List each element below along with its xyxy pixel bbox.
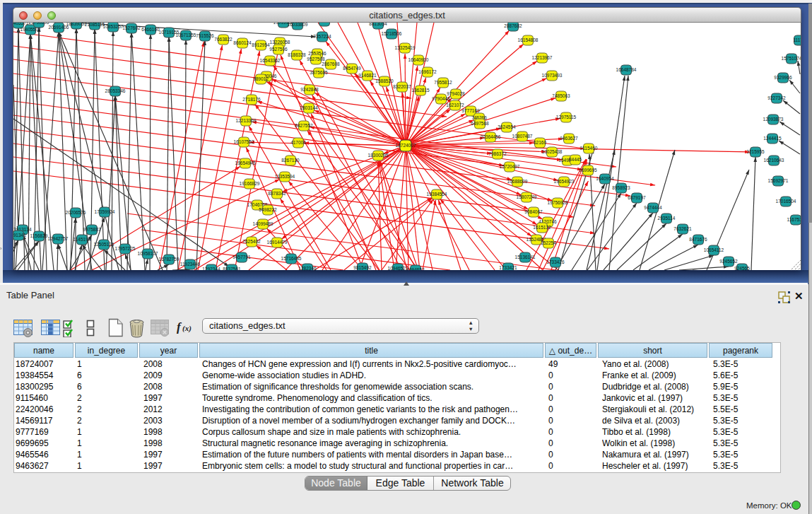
svg-text:989012: 989012 [253, 76, 269, 81]
svg-text:2718176: 2718176 [242, 97, 261, 102]
svg-text:391341: 391341 [13, 233, 26, 238]
svg-text:12213369: 12213369 [236, 118, 257, 123]
svg-text:13325419: 13325419 [395, 45, 416, 50]
svg-text:10973493: 10973493 [542, 73, 563, 78]
svg-text:5498222: 5498222 [259, 207, 277, 212]
svg-text:19756928: 19756928 [548, 200, 568, 205]
svg-text:3875685: 3875685 [310, 70, 328, 75]
svg-text:15720407: 15720407 [500, 164, 520, 169]
svg-text:8813054: 8813054 [369, 23, 387, 26]
svg-text:7663822: 7663822 [214, 37, 233, 42]
svg-text:2887682: 2887682 [504, 23, 522, 28]
svg-text:15751074: 15751074 [782, 56, 801, 61]
svg-text:20206576: 20206576 [66, 210, 86, 215]
svg-text:1733421: 1733421 [499, 265, 517, 270]
svg-text:8454749: 8454749 [343, 66, 361, 71]
svg-text:9815492: 9815492 [353, 265, 372, 270]
svg-text:18300295: 18300295 [368, 153, 389, 158]
svg-text:9474444: 9474444 [644, 205, 662, 210]
svg-text:1640954: 1640954 [596, 176, 614, 181]
svg-text:1733426: 1733426 [546, 259, 565, 264]
svg-text:17016504: 17016504 [776, 199, 796, 204]
svg-text:9242848: 9242848 [300, 87, 319, 92]
svg-text:8186328: 8186328 [288, 52, 306, 57]
svg-text:16914479: 16914479 [267, 240, 288, 245]
svg-text:3215955: 3215955 [746, 149, 765, 154]
svg-text:10671355: 10671355 [176, 33, 196, 37]
svg-text:16107552: 16107552 [234, 139, 254, 144]
svg-text:1696172: 1696172 [418, 69, 437, 74]
svg-text:8427552: 8427552 [295, 123, 313, 128]
svg-text:16210643: 16210643 [764, 158, 784, 163]
svg-text:1167534: 1167534 [787, 217, 801, 222]
svg-text:12093873: 12093873 [763, 117, 784, 122]
svg-text:1094652: 1094652 [406, 267, 425, 270]
svg-text:17957225: 17957225 [115, 246, 136, 251]
svg-text:8471676: 8471676 [689, 237, 707, 242]
svg-text:10946521: 10946521 [388, 266, 408, 270]
svg-text:21790895: 21790895 [29, 23, 49, 25]
svg-text:19384554: 19384554 [427, 192, 447, 197]
svg-text:f: f [177, 320, 182, 334]
svg-text:8878342: 8878342 [268, 191, 286, 196]
svg-text:11923446: 11923446 [180, 262, 201, 267]
svg-text:15218506: 15218506 [382, 31, 402, 36]
svg-text:924565: 924565 [734, 266, 750, 270]
svg-text:9084067: 9084067 [524, 209, 543, 214]
svg-text:10807487: 10807487 [512, 134, 533, 139]
svg-text:12213967: 12213967 [532, 55, 553, 60]
svg-text:15252975: 15252975 [314, 23, 335, 23]
svg-text:10025438: 10025438 [542, 149, 563, 154]
svg-text:19654923: 19654923 [554, 179, 575, 184]
svg-text:12505135: 12505135 [94, 242, 114, 247]
svg-text:7986372: 7986372 [488, 151, 507, 156]
svg-text:15807249: 15807249 [517, 194, 537, 199]
svg-text:15716485: 15716485 [281, 256, 302, 261]
svg-text:28053346: 28053346 [105, 88, 126, 93]
svg-text:252254: 252254 [541, 240, 556, 245]
svg-text:84445: 84445 [569, 157, 582, 162]
svg-text:12942757: 12942757 [48, 236, 69, 241]
svg-text:15136141: 15136141 [515, 255, 536, 259]
svg-text:6466160: 6466160 [141, 27, 160, 32]
svg-text:7485063: 7485063 [552, 93, 570, 98]
svg-text:8322037: 8322037 [393, 84, 411, 89]
svg-text:16154808: 16154808 [518, 37, 539, 42]
svg-text:7955812: 7955812 [434, 80, 452, 85]
svg-text:7625402: 7625402 [242, 239, 261, 244]
svg-text:1156829: 1156829 [30, 233, 48, 238]
svg-text:8267130: 8267130 [281, 158, 300, 163]
svg-text:15692971: 15692971 [768, 178, 789, 183]
svg-text:19166829: 19166829 [240, 181, 260, 186]
svg-text:9699695: 9699695 [579, 168, 597, 173]
svg-text:12975115: 12975115 [556, 115, 577, 119]
svg-text:9457791: 9457791 [233, 255, 251, 259]
svg-text:1362815: 1362815 [411, 88, 430, 93]
svg-text:18839057: 18839057 [66, 23, 87, 26]
svg-text:9777169: 9777169 [461, 108, 480, 113]
svg-text:1282346: 1282346 [298, 266, 317, 270]
svg-text:11353594: 11353594 [275, 174, 295, 179]
svg-text:18724007: 18724007 [396, 143, 416, 148]
svg-text:2935114: 2935114 [658, 216, 676, 221]
svg-text:1615132: 1615132 [533, 225, 551, 230]
svg-text:16543362: 16543362 [260, 58, 281, 63]
svg-text:9463627: 9463627 [560, 136, 578, 141]
svg-text:10688609: 10688609 [507, 179, 528, 184]
svg-text:7515526: 7515526 [196, 33, 214, 38]
svg-text:16033809: 16033809 [288, 23, 308, 27]
svg-text:3624554: 3624554 [498, 124, 516, 129]
svg-text:6879197: 6879197 [628, 195, 646, 200]
svg-text:8660124: 8660124 [233, 40, 252, 45]
svg-text:19654945: 19654945 [235, 160, 256, 165]
svg-text:21085115: 21085115 [85, 23, 105, 27]
svg-text:11174: 11174 [793, 37, 801, 42]
svg-text:6497568: 6497568 [471, 121, 489, 126]
svg-text:1292344: 1292344 [202, 267, 220, 270]
svg-text:9227342: 9227342 [767, 95, 786, 100]
svg-text:17359924: 17359924 [95, 209, 115, 214]
svg-text:9975887: 9975887 [83, 227, 101, 232]
svg-text:9329966: 9329966 [774, 75, 792, 80]
svg-text:16782759: 16782759 [159, 257, 180, 262]
svg-text:417004: 417004 [290, 140, 306, 145]
